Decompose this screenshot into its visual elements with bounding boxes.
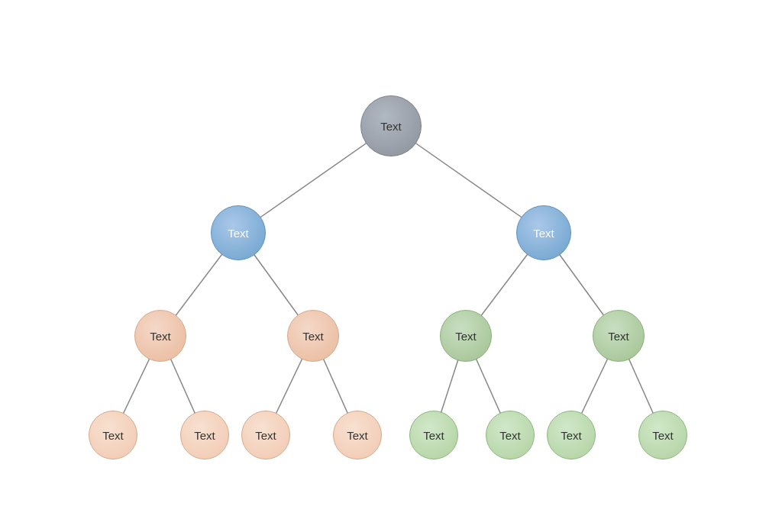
tree-node-l3_rrl[interactable]: Text [547,411,596,459]
tree-node-l2_lr[interactable]: Text [287,310,339,362]
tree-node-l3_llr[interactable]: Text [180,411,229,459]
tree-node-l2_ll[interactable]: Text [134,310,186,362]
diagram-container: TextTextTextTextTextTextTextTextTextText… [0,84,782,527]
tree-node-l3_rlr[interactable]: Text [486,411,535,459]
tree-node-l3_lrl[interactable]: Text [241,411,290,459]
tree-node-l1_left[interactable]: Text [211,205,266,260]
tree-node-l3_lrr[interactable]: Text [333,411,382,459]
tree-node-l2_rr[interactable]: Text [593,310,645,362]
tree-node-l1_right[interactable]: Text [516,205,571,260]
tree-node-l3_lll[interactable]: Text [89,411,137,459]
tree-node-root[interactable]: Text [360,95,422,156]
tree-node-l3_rrr[interactable]: Text [638,411,687,459]
tree-node-l3_rll[interactable]: Text [409,411,458,459]
tree-node-l2_rl[interactable]: Text [440,310,492,362]
